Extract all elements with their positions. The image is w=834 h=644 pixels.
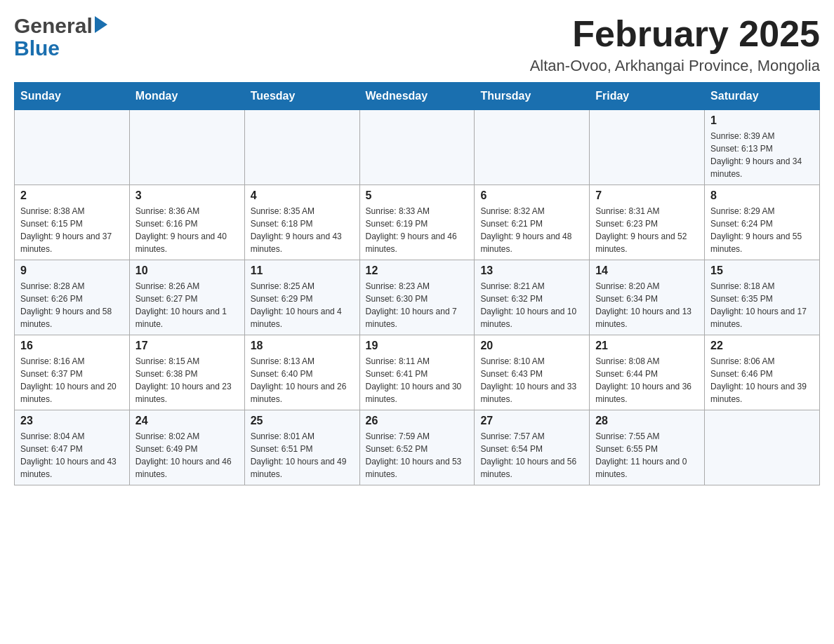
calendar-cell: 7Sunrise: 8:31 AMSunset: 6:23 PMDaylight…	[590, 185, 705, 260]
day-number: 24	[135, 415, 239, 427]
day-sun-info: Sunrise: 8:04 AMSunset: 6:47 PMDaylight:…	[20, 430, 124, 481]
day-number: 17	[135, 340, 239, 352]
day-sun-info: Sunrise: 8:13 AMSunset: 6:40 PMDaylight:…	[251, 355, 354, 405]
month-title: February 2025	[530, 14, 820, 54]
calendar-cell	[129, 110, 244, 185]
day-sun-info: Sunrise: 8:38 AMSunset: 6:15 PMDaylight:…	[20, 205, 124, 255]
calendar-cell: 8Sunrise: 8:29 AMSunset: 6:24 PMDaylight…	[705, 185, 820, 260]
calendar-week-row: 1Sunrise: 8:39 AMSunset: 6:13 PMDaylight…	[15, 110, 820, 185]
location-title: Altan-Ovoo, Arkhangai Province, Mongolia	[530, 57, 820, 75]
day-number: 9	[20, 264, 124, 277]
calendar-week-row: 23Sunrise: 8:04 AMSunset: 6:47 PMDayligh…	[15, 410, 820, 485]
calendar-cell: 25Sunrise: 8:01 AMSunset: 6:51 PMDayligh…	[244, 410, 359, 485]
calendar-cell	[705, 410, 820, 485]
day-sun-info: Sunrise: 8:11 AMSunset: 6:41 PMDaylight:…	[366, 355, 469, 405]
calendar-cell: 10Sunrise: 8:26 AMSunset: 6:27 PMDayligh…	[129, 260, 244, 335]
day-sun-info: Sunrise: 8:10 AMSunset: 6:43 PMDaylight:…	[480, 355, 583, 405]
calendar-cell	[244, 110, 359, 185]
day-number: 2	[20, 189, 124, 202]
day-number: 4	[251, 189, 354, 202]
calendar-cell: 27Sunrise: 7:57 AMSunset: 6:54 PMDayligh…	[475, 410, 590, 485]
day-sun-info: Sunrise: 8:21 AMSunset: 6:32 PMDaylight:…	[480, 280, 583, 330]
day-number: 23	[20, 415, 124, 427]
calendar-cell: 12Sunrise: 8:23 AMSunset: 6:30 PMDayligh…	[359, 260, 475, 335]
day-sun-info: Sunrise: 8:33 AMSunset: 6:19 PMDaylight:…	[366, 205, 469, 255]
day-sun-info: Sunrise: 8:08 AMSunset: 6:44 PMDaylight:…	[595, 355, 699, 405]
day-number: 15	[710, 264, 814, 277]
calendar-cell: 19Sunrise: 8:11 AMSunset: 6:41 PMDayligh…	[359, 335, 475, 410]
day-number: 27	[480, 415, 583, 427]
weekday-header-sunday: Sunday	[15, 83, 130, 110]
calendar-cell	[590, 110, 705, 185]
weekday-header-thursday: Thursday	[475, 83, 590, 110]
calendar-table: SundayMondayTuesdayWednesdayThursdayFrid…	[14, 82, 820, 485]
calendar-cell: 5Sunrise: 8:33 AMSunset: 6:19 PMDaylight…	[359, 185, 475, 260]
day-sun-info: Sunrise: 8:23 AMSunset: 6:30 PMDaylight:…	[366, 280, 469, 330]
day-number: 22	[710, 340, 814, 352]
calendar-cell: 28Sunrise: 7:55 AMSunset: 6:55 PMDayligh…	[590, 410, 705, 485]
day-number: 13	[480, 264, 583, 277]
day-sun-info: Sunrise: 8:16 AMSunset: 6:37 PMDaylight:…	[20, 355, 124, 405]
calendar-week-row: 2Sunrise: 8:38 AMSunset: 6:15 PMDaylight…	[15, 185, 820, 260]
weekday-header-wednesday: Wednesday	[359, 83, 475, 110]
weekday-header-saturday: Saturday	[705, 83, 820, 110]
weekday-header-monday: Monday	[129, 83, 244, 110]
day-number: 28	[595, 415, 699, 427]
day-number: 5	[366, 189, 469, 202]
calendar-cell: 1Sunrise: 8:39 AMSunset: 6:13 PMDaylight…	[705, 110, 820, 185]
calendar-cell: 2Sunrise: 8:38 AMSunset: 6:15 PMDaylight…	[15, 185, 130, 260]
weekday-header-tuesday: Tuesday	[244, 83, 359, 110]
day-sun-info: Sunrise: 8:01 AMSunset: 6:51 PMDaylight:…	[251, 430, 354, 481]
day-sun-info: Sunrise: 8:35 AMSunset: 6:18 PMDaylight:…	[251, 205, 354, 255]
calendar-cell: 3Sunrise: 8:36 AMSunset: 6:16 PMDaylight…	[129, 185, 244, 260]
day-number: 25	[251, 415, 354, 427]
day-sun-info: Sunrise: 8:36 AMSunset: 6:16 PMDaylight:…	[135, 205, 239, 255]
day-sun-info: Sunrise: 7:57 AMSunset: 6:54 PMDaylight:…	[480, 430, 583, 481]
day-number: 12	[366, 264, 469, 277]
day-sun-info: Sunrise: 8:18 AMSunset: 6:35 PMDaylight:…	[710, 280, 814, 330]
calendar-cell: 18Sunrise: 8:13 AMSunset: 6:40 PMDayligh…	[244, 335, 359, 410]
day-number: 3	[135, 189, 239, 202]
day-sun-info: Sunrise: 8:28 AMSunset: 6:26 PMDaylight:…	[20, 280, 124, 330]
weekday-header-row: SundayMondayTuesdayWednesdayThursdayFrid…	[15, 83, 820, 110]
day-number: 18	[251, 340, 354, 352]
day-sun-info: Sunrise: 8:06 AMSunset: 6:46 PMDaylight:…	[710, 355, 814, 405]
day-sun-info: Sunrise: 8:31 AMSunset: 6:23 PMDaylight:…	[595, 205, 699, 255]
page-header: General Blue February 2025 Altan-Ovoo, A…	[14, 14, 820, 75]
logo: General Blue	[14, 14, 107, 60]
calendar-cell: 13Sunrise: 8:21 AMSunset: 6:32 PMDayligh…	[475, 260, 590, 335]
calendar-cell: 23Sunrise: 8:04 AMSunset: 6:47 PMDayligh…	[15, 410, 130, 485]
day-sun-info: Sunrise: 8:20 AMSunset: 6:34 PMDaylight:…	[595, 280, 699, 330]
calendar-week-row: 16Sunrise: 8:16 AMSunset: 6:37 PMDayligh…	[15, 335, 820, 410]
calendar-week-row: 9Sunrise: 8:28 AMSunset: 6:26 PMDaylight…	[15, 260, 820, 335]
calendar-cell: 11Sunrise: 8:25 AMSunset: 6:29 PMDayligh…	[244, 260, 359, 335]
calendar-cell: 20Sunrise: 8:10 AMSunset: 6:43 PMDayligh…	[475, 335, 590, 410]
title-area: February 2025 Altan-Ovoo, Arkhangai Prov…	[530, 14, 820, 75]
day-number: 1	[710, 114, 814, 127]
day-number: 7	[595, 189, 699, 202]
calendar-cell: 21Sunrise: 8:08 AMSunset: 6:44 PMDayligh…	[590, 335, 705, 410]
day-number: 26	[366, 415, 469, 427]
weekday-header-friday: Friday	[590, 83, 705, 110]
calendar-cell: 14Sunrise: 8:20 AMSunset: 6:34 PMDayligh…	[590, 260, 705, 335]
day-sun-info: Sunrise: 8:39 AMSunset: 6:13 PMDaylight:…	[710, 130, 814, 180]
logo-arrow-icon	[95, 16, 107, 33]
day-sun-info: Sunrise: 7:55 AMSunset: 6:55 PMDaylight:…	[595, 430, 699, 481]
day-number: 14	[595, 264, 699, 277]
day-sun-info: Sunrise: 8:02 AMSunset: 6:49 PMDaylight:…	[135, 430, 239, 481]
calendar-cell: 17Sunrise: 8:15 AMSunset: 6:38 PMDayligh…	[129, 335, 244, 410]
day-sun-info: Sunrise: 8:29 AMSunset: 6:24 PMDaylight:…	[710, 205, 814, 255]
day-sun-info: Sunrise: 8:32 AMSunset: 6:21 PMDaylight:…	[480, 205, 583, 255]
day-number: 11	[251, 264, 354, 277]
logo-general-text: General	[14, 14, 93, 38]
calendar-cell	[15, 110, 130, 185]
day-sun-info: Sunrise: 8:15 AMSunset: 6:38 PMDaylight:…	[135, 355, 239, 405]
calendar-cell: 15Sunrise: 8:18 AMSunset: 6:35 PMDayligh…	[705, 260, 820, 335]
day-number: 6	[480, 189, 583, 202]
day-number: 10	[135, 264, 239, 277]
day-sun-info: Sunrise: 8:26 AMSunset: 6:27 PMDaylight:…	[135, 280, 239, 330]
day-number: 20	[480, 340, 583, 352]
calendar-cell: 6Sunrise: 8:32 AMSunset: 6:21 PMDaylight…	[475, 185, 590, 260]
calendar-cell: 16Sunrise: 8:16 AMSunset: 6:37 PMDayligh…	[15, 335, 130, 410]
day-number: 21	[595, 340, 699, 352]
